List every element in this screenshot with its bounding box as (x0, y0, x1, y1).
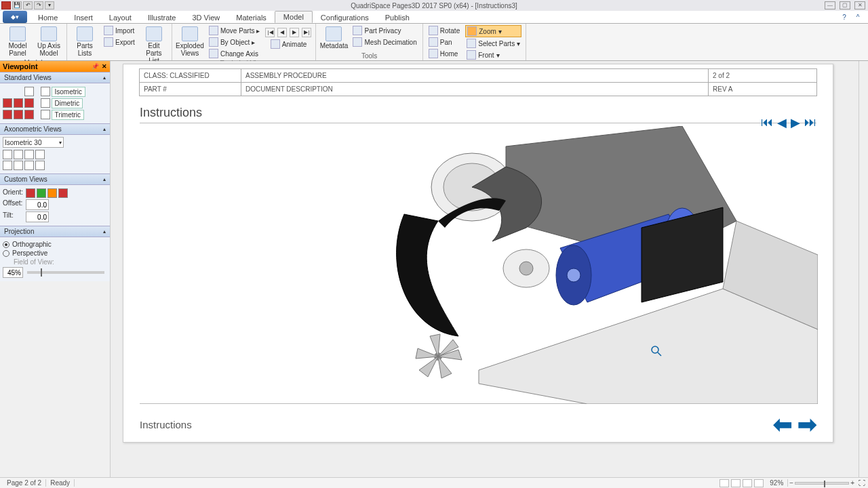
orthographic-radio[interactable]: Orthographic (3, 241, 107, 248)
panel-close-icon[interactable]: ✕ (102, 63, 107, 70)
pan-button[interactable]: Pan (427, 37, 461, 47)
zoom-out-icon[interactable]: − (789, 479, 793, 487)
home-button[interactable]: Home (427, 48, 461, 59)
view-icon[interactable] (24, 98, 34, 108)
exploded-views-button[interactable]: Exploded Views (176, 25, 203, 58)
view-icon[interactable] (3, 98, 12, 108)
axo-icon[interactable] (35, 161, 45, 170)
view-icon[interactable] (24, 110, 34, 119)
app-menu-button[interactable]: ◆▾ (3, 11, 27, 23)
export-button[interactable]: Export (102, 37, 136, 47)
axonometric-views-header[interactable]: Axonometric Views▴ (0, 123, 110, 135)
tab-3dview[interactable]: 3D View (184, 12, 228, 23)
ribbon-collapse-icon[interactable]: ^ (853, 14, 863, 23)
tilt-field[interactable] (26, 211, 49, 222)
ribbon-tabs: ◆▾ Home Insert Layout Illustrate 3D View… (0, 11, 868, 23)
axo-icon[interactable] (24, 150, 34, 159)
view-mode-icon[interactable] (754, 479, 764, 487)
view-mode-icon[interactable] (731, 479, 741, 487)
next-frame-icon[interactable]: ▶ (290, 28, 299, 37)
zoom-slider[interactable] (795, 482, 849, 485)
axo-icon[interactable] (24, 161, 34, 170)
tab-illustrate[interactable]: Illustrate (140, 12, 184, 23)
zoom-button[interactable]: Zoom ▾ (465, 25, 521, 37)
zoom-in-icon[interactable]: + (850, 479, 854, 487)
animate-button[interactable]: Animate (269, 39, 309, 49)
view-mode-icon[interactable] (743, 479, 752, 487)
fov-field[interactable] (3, 267, 23, 278)
custom-views-header[interactable]: Custom Views▴ (0, 174, 110, 185)
standard-views-header[interactable]: Standard Views▴ (0, 72, 110, 83)
axo-combo[interactable]: Isometric 30▾ (3, 137, 64, 148)
axo-icon[interactable] (3, 150, 12, 159)
orient-icon[interactable] (58, 188, 68, 198)
metadata-button[interactable]: Metadata (320, 25, 347, 51)
tri-cube-icon[interactable] (41, 110, 50, 119)
mesh-decimation-button[interactable]: Mesh Decimation (351, 37, 418, 47)
tab-materials[interactable]: Materials (228, 12, 275, 23)
axo-icon[interactable] (14, 161, 23, 170)
svg-point-7 (567, 268, 580, 282)
axo-icon[interactable] (14, 150, 23, 159)
tab-insert[interactable]: Insert (66, 12, 101, 23)
dimetric-button[interactable]: Dimetric (52, 98, 83, 108)
illustration-area[interactable] (140, 126, 816, 404)
axo-icon[interactable] (3, 161, 12, 170)
qat-undo-icon[interactable]: ↶ (23, 1, 33, 9)
tab-model[interactable]: Model (275, 11, 313, 23)
prev-frame-icon[interactable]: ◀ (277, 28, 287, 37)
part-privacy-button[interactable]: Part Privacy (351, 25, 418, 36)
close-icon[interactable]: ✕ (854, 1, 865, 9)
qat-dropdown-icon[interactable]: ▾ (45, 1, 54, 9)
parts-lists-button[interactable]: Parts Lists (71, 25, 98, 58)
tab-configurations[interactable]: Configurations (313, 12, 377, 23)
pin-icon[interactable]: 📌 (92, 63, 99, 70)
iso-cube-icon[interactable] (41, 87, 50, 96)
axo-icon[interactable] (35, 150, 45, 159)
view-mode-icon[interactable] (719, 479, 729, 487)
model-panel-button[interactable]: Model Panel (4, 25, 31, 58)
perspective-radio[interactable]: Perspective (3, 249, 107, 257)
by-object-button[interactable]: By Object ▸ (208, 37, 262, 47)
tab-layout[interactable]: Layout (101, 12, 140, 23)
import-button[interactable]: Import (102, 25, 136, 36)
rotate-button[interactable]: Rotate (427, 25, 461, 36)
qat-save-icon[interactable]: 💾 (12, 1, 22, 9)
panel-title: Viewpoint📌✕ (0, 61, 110, 72)
orient-icon[interactable] (37, 188, 46, 198)
dim-cube-icon[interactable] (41, 98, 50, 108)
view-icon[interactable] (3, 110, 12, 119)
ribbon-body: Model Panel Up Axis Model Model Parts Li… (0, 23, 868, 61)
move-parts-button[interactable]: Move Parts ▸ (208, 25, 262, 36)
select-parts-button[interactable]: Select Parts ▾ (465, 38, 521, 49)
view-icon[interactable] (14, 110, 23, 119)
first-frame-icon[interactable]: |◀ (265, 28, 275, 37)
help-icon[interactable]: ? (840, 14, 849, 23)
front-button[interactable]: Front ▾ (465, 49, 521, 60)
last-frame-icon[interactable]: ▶| (302, 28, 311, 37)
fit-page-icon[interactable]: ⛶ (859, 479, 865, 487)
qat-app-icon[interactable] (1, 1, 11, 9)
header-table: CLASS: CLASSIFIEDASSEMBLY PROCEDURE2 of … (139, 68, 817, 96)
fov-slider[interactable] (27, 271, 104, 274)
view-icon[interactable] (14, 98, 23, 108)
prev-page-arrow[interactable]: ⬅ (773, 411, 792, 438)
orient-icon[interactable] (26, 188, 35, 198)
qat-redo-icon[interactable]: ↷ (34, 1, 43, 9)
edit-parts-list-button[interactable]: Edit Parts List (140, 25, 167, 66)
orient-icon[interactable] (47, 188, 57, 198)
change-axis-button[interactable]: Change Axis (208, 48, 262, 59)
isometric-button[interactable]: Isometric (52, 87, 86, 97)
tab-publish[interactable]: Publish (377, 12, 418, 23)
tab-home[interactable]: Home (30, 12, 66, 23)
vertical-scrollbar[interactable] (859, 61, 868, 477)
projection-header[interactable]: Projection▴ (0, 226, 110, 237)
up-axis-button[interactable]: Up Axis Model (35, 25, 62, 58)
view-cube-icon[interactable] (24, 87, 34, 96)
offset-field[interactable] (26, 199, 49, 210)
trimetric-button[interactable]: Trimetric (52, 110, 85, 120)
next-page-arrow[interactable]: ➡ (797, 411, 816, 438)
title-bar: 💾 ↶ ↷ ▾ QuadriSpace Pages3D 2017 SP0 (x6… (0, 0, 868, 11)
minimize-icon[interactable]: — (825, 1, 835, 9)
maximize-icon[interactable]: ▢ (840, 1, 850, 9)
